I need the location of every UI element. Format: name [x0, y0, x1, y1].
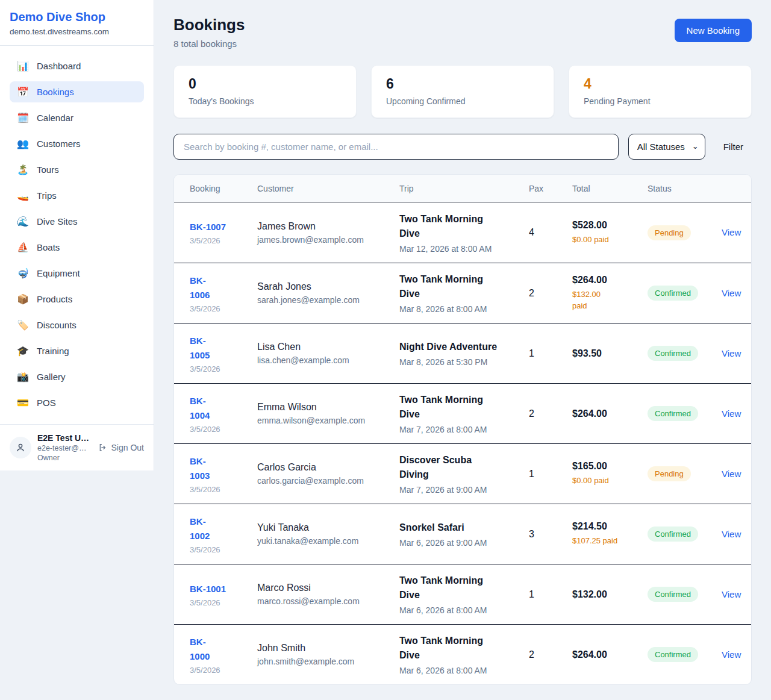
booking-link[interactable]: BK- 1003 — [190, 454, 257, 483]
actions-cell: View — [722, 227, 741, 238]
sidebar-item-trips[interactable]: 🚤 Trips — [10, 185, 144, 206]
actions-cell: View — [722, 288, 741, 299]
view-link[interactable]: View — [722, 408, 741, 419]
trip-name: Two Tank Morning Dive — [399, 634, 529, 663]
col-header-total: Total — [572, 184, 648, 193]
sidebar-item-equipment[interactable]: 🤿 Equipment — [10, 263, 144, 284]
sidebar-item-bookings[interactable]: 📅 Bookings — [10, 81, 144, 102]
col-header-status: Status — [648, 184, 722, 193]
view-link[interactable]: View — [722, 649, 741, 660]
sidebar-item-label: Dive Sites — [37, 216, 78, 227]
booking-date: 3/5/2026 — [190, 598, 257, 607]
sidebar-item-dashboard[interactable]: 📊 Dashboard — [10, 55, 144, 77]
booking-link[interactable]: BK- 1002 — [190, 514, 257, 543]
view-link[interactable]: View — [722, 348, 741, 358]
table-row: BK- 1004 3/5/2026 Emma Wilson emma.wilso… — [174, 383, 751, 443]
sidebar-item-training[interactable]: 🎓 Training — [10, 340, 144, 361]
customer-cell: Emma Wilson emma.wilson@example.com — [257, 402, 399, 425]
customer-name: Yuki Tanaka — [257, 522, 399, 533]
trip-date: Mar 7, 2026 at 8:00 AM — [399, 425, 529, 434]
table-row: BK- 1002 3/5/2026 Yuki Tanaka yuki.tanak… — [174, 504, 751, 564]
view-link[interactable]: View — [722, 288, 741, 298]
filter-button[interactable]: Filter — [715, 142, 752, 152]
customer-name: John Smith — [257, 643, 399, 654]
status-badge: Pending — [648, 466, 691, 481]
customer-cell: Carlos Garcia carlos.garcia@example.com — [257, 462, 399, 486]
sidebar-item-label: POS — [37, 398, 56, 408]
booking-link[interactable]: BK- 1006 — [190, 273, 257, 302]
customer-email: marco.rossi@example.com — [257, 596, 399, 606]
user-name: E2E Test U… — [37, 433, 89, 443]
training-icon: 🎓 — [17, 345, 29, 357]
dashboard-icon: 📊 — [17, 60, 29, 72]
sidebar-item-pos[interactable]: 💳 POS — [10, 392, 144, 413]
booking-link[interactable]: BK-1001 — [190, 582, 257, 596]
trip-cell: Night Dive Adventure Mar 8, 2026 at 5:30… — [399, 340, 529, 367]
customer-name: Carlos Garcia — [257, 462, 399, 473]
sidebar-item-customers[interactable]: 👥 Customers — [10, 133, 144, 154]
bookings-table: Booking Customer Trip Pax Total Status B… — [173, 174, 752, 685]
trip-cell: Two Tank Morning Dive Mar 12, 2026 at 8:… — [399, 212, 529, 254]
customer-name: Lisa Chen — [257, 342, 399, 352]
page-header: Bookings 8 total bookings New Booking — [173, 16, 752, 49]
booking-cell: BK- 1003 3/5/2026 — [190, 454, 257, 494]
sidebar: Demo Dive Shop demo.test.divestreams.com… — [0, 0, 154, 470]
trip-date: Mar 6, 2026 at 8:00 AM — [399, 605, 529, 615]
user-email: e2e-tester@… — [37, 444, 89, 452]
sidebar-item-label: Trips — [37, 190, 57, 201]
shop-domain: demo.test.divestreams.com — [10, 27, 144, 36]
status-badge: Confirmed — [648, 346, 698, 361]
trip-cell: Discover Scuba Diving Mar 7, 2026 at 9:0… — [399, 453, 529, 495]
actions-cell: View — [722, 469, 741, 480]
trip-cell: Two Tank Morning Dive Mar 6, 2026 at 8:0… — [399, 573, 529, 615]
sidebar-item-label: Calendar — [37, 113, 73, 123]
stat-label: Upcoming Confirmed — [386, 96, 539, 106]
total-amount: $132.00 — [572, 589, 648, 600]
sidebar-item-products[interactable]: 📦 Products — [10, 289, 144, 310]
sidebar-nav: 📊 Dashboard 📅 Bookings 🗓️ Calendar 👥 Cus… — [0, 46, 154, 424]
col-header-booking: Booking — [190, 184, 257, 193]
sidebar-item-boats[interactable]: ⛵ Boats — [10, 237, 144, 258]
customer-name: Marco Rossi — [257, 583, 399, 593]
sidebar-item-label: Discounts — [37, 320, 76, 330]
user-block: E2E Test U… e2e-tester@… Owner — [37, 433, 89, 462]
booking-link[interactable]: BK-1007 — [190, 220, 257, 234]
actions-cell: View — [722, 589, 741, 600]
status-cell: Pending — [648, 225, 722, 240]
total-amount: $264.00 — [572, 408, 648, 419]
view-link[interactable]: View — [722, 529, 741, 539]
sidebar-item-label: Products — [37, 294, 72, 304]
view-link[interactable]: View — [722, 469, 741, 479]
pos-icon: 💳 — [17, 397, 29, 408]
view-link[interactable]: View — [722, 227, 741, 237]
customer-email: john.smith@example.com — [257, 657, 399, 666]
discounts-icon: 🏷️ — [17, 319, 29, 331]
table-row: BK- 1000 3/5/2026 John Smith john.smith@… — [174, 624, 751, 684]
booking-link[interactable]: BK- 1000 — [190, 635, 257, 664]
trip-name: Two Tank Morning Dive — [399, 272, 529, 301]
stat-label: Today's Bookings — [189, 96, 342, 106]
customer-email: james.brown@example.com — [257, 235, 399, 245]
total-amount: $528.00 — [572, 220, 648, 231]
stat-value: 6 — [386, 76, 539, 92]
sidebar-item-dive-sites[interactable]: 🌊 Dive Sites — [10, 211, 144, 232]
sidebar-item-discounts[interactable]: 🏷️ Discounts — [10, 314, 144, 336]
booking-link[interactable]: BK- 1004 — [190, 394, 257, 423]
total-amount: $264.00 — [572, 649, 648, 660]
col-header-pax: Pax — [529, 184, 572, 193]
sidebar-item-calendar[interactable]: 🗓️ Calendar — [10, 107, 144, 128]
new-booking-button[interactable]: New Booking — [675, 19, 752, 42]
view-link[interactable]: View — [722, 589, 741, 599]
sidebar-item-tours[interactable]: 🏝️ Tours — [10, 159, 144, 180]
products-icon: 📦 — [17, 293, 29, 305]
sidebar-item-gallery[interactable]: 📸 Gallery — [10, 366, 144, 387]
status-select[interactable]: All Statuses — [628, 134, 705, 160]
stat-card: 4 Pending Payment — [569, 65, 752, 118]
trip-cell: Two Tank Morning Dive Mar 6, 2026 at 8:0… — [399, 634, 529, 675]
booking-date: 3/5/2026 — [190, 485, 257, 494]
search-input[interactable] — [173, 134, 619, 160]
booking-link[interactable]: BK- 1005 — [190, 334, 257, 363]
total-cell: $93.50 — [572, 348, 648, 359]
sign-out-button[interactable]: Sign Out — [98, 443, 144, 452]
trip-date: Mar 6, 2026 at 9:00 AM — [399, 538, 529, 548]
